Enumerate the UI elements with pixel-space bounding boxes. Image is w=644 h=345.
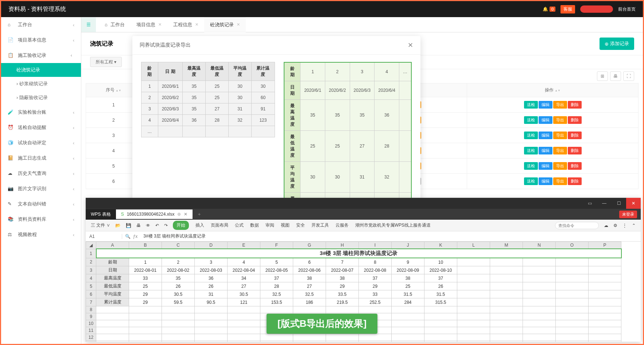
cell[interactable]: 2022-08-05 <box>260 266 293 274</box>
open-icon[interactable]: 📂 <box>115 223 121 228</box>
action-导出[interactable]: 导出 <box>553 132 567 139</box>
cell[interactable]: 31.5 <box>392 290 424 298</box>
cell[interactable]: 121 <box>228 298 260 306</box>
cell[interactable]: 龄期 <box>96 258 129 266</box>
cell[interactable]: 31.5 <box>424 290 457 298</box>
col-header[interactable]: N <box>523 242 556 249</box>
file-menu[interactable]: 三 文件 ∨ <box>91 222 110 228</box>
cell[interactable]: 29 <box>326 282 359 290</box>
ribbon-tab[interactable]: 开发工具 <box>311 222 329 228</box>
cell[interactable]: 252.5 <box>359 298 392 306</box>
action-送检[interactable]: 送检 <box>524 101 538 109</box>
cell[interactable]: 35 <box>162 274 195 282</box>
new-tab-button[interactable]: ＋ <box>193 211 206 217</box>
ribbon-tab[interactable]: 审阅 <box>265 222 274 228</box>
sidebar-sub-2[interactable]: › 隐蔽验收记录 <box>1 91 81 105</box>
tab-1[interactable]: 项目信息✕ <box>131 17 167 32</box>
ribbon-tab[interactable]: 数据 <box>250 222 259 228</box>
sidebar-item-11[interactable]: ⚖视频教程‹ <box>1 227 81 242</box>
cell[interactable]: 2022-08-07 <box>326 266 359 274</box>
col-header[interactable]: A <box>96 242 129 249</box>
user-marker[interactable] <box>580 5 613 13</box>
cell[interactable]: 186 <box>293 298 326 306</box>
action-导出[interactable]: 导出 <box>553 177 567 185</box>
sidebar-item-1[interactable]: 📄项目基本信息‹ <box>1 32 81 48</box>
cell[interactable]: 30.5 <box>228 290 260 298</box>
action-编辑[interactable]: 编辑 <box>539 177 552 185</box>
close-tab-icon[interactable]: ✕ <box>184 212 187 217</box>
cell[interactable]: 33 <box>359 290 392 298</box>
col-header[interactable]: J <box>392 242 424 249</box>
cell[interactable]: 2022-08-01 <box>129 266 162 274</box>
ribbon-tab[interactable]: 插入 <box>195 222 204 228</box>
ribbon-tab[interactable]: 潮州市党政机关专属WPS线上服务通道 <box>355 222 431 228</box>
cell[interactable]: 25 <box>129 282 162 290</box>
cell[interactable]: 8 <box>359 258 392 266</box>
cell[interactable]: 6 <box>293 258 326 266</box>
action-送检[interactable]: 送检 <box>524 162 538 170</box>
add-record-button[interactable]: ⊕ 添加记录 <box>600 38 634 50</box>
cell[interactable]: 36 <box>195 274 228 282</box>
close-icon[interactable]: ✕ <box>195 22 198 27</box>
col-header[interactable]: P <box>589 242 621 249</box>
maximize-button[interactable]: ☐ <box>612 198 626 209</box>
bell-button[interactable]: 🔔 0 <box>543 7 555 12</box>
cell[interactable]: 32.5 <box>293 290 326 298</box>
ribbon-tab[interactable]: 公式 <box>235 222 244 228</box>
action-导出[interactable]: 导出 <box>553 162 567 170</box>
redo-icon[interactable]: ↷ <box>164 223 168 228</box>
col-header[interactable]: H <box>326 242 359 249</box>
col-header[interactable]: B <box>129 242 162 249</box>
sidebar-item-7[interactable]: ☁历史天气查询‹ <box>1 166 81 181</box>
sidebar-item-4[interactable]: ⏰送检自动提醒‹ <box>1 120 81 135</box>
cell[interactable]: 5 <box>260 258 293 266</box>
corner-cell[interactable]: ◢ <box>86 242 96 249</box>
action-编辑[interactable]: 编辑 <box>539 132 552 139</box>
cell[interactable]: 33 <box>129 274 162 282</box>
cell[interactable]: 9 <box>392 258 424 266</box>
project-filter-button[interactable]: 所有工程 ▾ <box>90 57 122 67</box>
sheet-title[interactable]: 3#楼 3层 墙柱同养试块温度记录 <box>96 249 621 258</box>
cell[interactable]: 38 <box>392 274 424 282</box>
tab-2[interactable]: 工程信息✕ <box>167 17 204 32</box>
cell[interactable]: 2022-08-03 <box>195 266 228 274</box>
save-icon[interactable]: 💾 <box>126 223 131 228</box>
ribbon-tab[interactable]: 开始 <box>173 221 189 230</box>
fx-icons[interactable]: 🔍 ƒx <box>122 234 140 239</box>
expand-icon[interactable]: ⛶ <box>623 71 634 81</box>
col-header[interactable]: L <box>457 242 490 249</box>
cell[interactable]: 27 <box>293 282 326 290</box>
sidebar-sub-0[interactable]: 砼浇筑记录 <box>1 63 81 77</box>
col-header[interactable]: I <box>359 242 392 249</box>
cell[interactable]: 26 <box>424 282 457 290</box>
sidebar-item-10[interactable]: 📚资料员资料库‹ <box>1 212 81 227</box>
col-header[interactable]: D <box>195 242 228 249</box>
sidebar-sub-1[interactable]: › 砂浆砌筑记录 <box>1 77 81 91</box>
action-删除[interactable]: 删除 <box>568 116 582 124</box>
action-删除[interactable]: 删除 <box>568 162 582 170</box>
cell[interactable]: 315.5 <box>424 298 457 306</box>
action-编辑[interactable]: 编辑 <box>539 101 552 109</box>
sync-icon[interactable]: ☁ <box>604 223 608 228</box>
col-header[interactable]: G <box>293 242 326 249</box>
cell[interactable]: 7 <box>326 258 359 266</box>
cell[interactable]: 2022-08-02 <box>162 266 195 274</box>
action-导出[interactable]: 导出 <box>553 147 567 154</box>
cell[interactable]: 37 <box>359 274 392 282</box>
close-icon[interactable]: ✕ <box>158 22 162 27</box>
close-icon[interactable]: ✕ <box>237 22 240 27</box>
file-tab[interactable]: S 1660133980046224.xlsx ⊕ ✕ <box>116 209 193 219</box>
col-header[interactable]: E <box>228 242 260 249</box>
login-button[interactable]: 未登录 <box>619 211 637 218</box>
sidebar-item-8[interactable]: 📷图片文字识别‹ <box>1 181 81 196</box>
cell[interactable]: 90.5 <box>195 298 228 306</box>
print-icon[interactable]: 🖶 <box>610 71 621 81</box>
sidebar-item-0[interactable]: ⌂工作台‹ <box>1 17 81 32</box>
cell[interactable]: 日期 <box>96 266 129 274</box>
cell[interactable]: 1 <box>129 258 162 266</box>
action-编辑[interactable]: 编辑 <box>539 147 552 154</box>
col-header[interactable]: K <box>424 242 457 249</box>
action-编辑[interactable]: 编辑 <box>539 116 552 124</box>
undo-icon[interactable]: ↶ <box>155 223 159 228</box>
cell[interactable]: 2 <box>162 258 195 266</box>
